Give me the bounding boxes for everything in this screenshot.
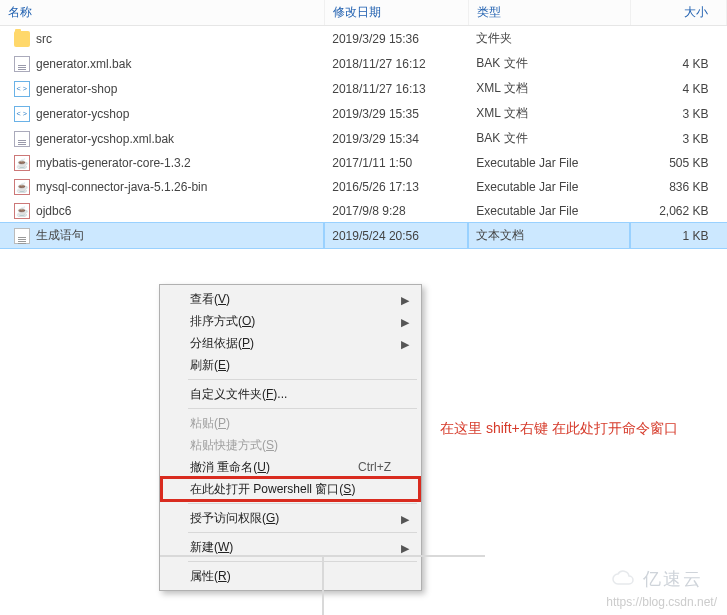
decorative-line [322, 555, 324, 615]
table-row[interactable]: generator.xml.bak2018/11/27 16:12BAK 文件4… [0, 51, 727, 76]
annotation-text: 在这里 shift+右键 在此处打开命令窗口 [440, 418, 710, 439]
file-size: 3 KB [630, 101, 726, 126]
file-size [630, 26, 726, 52]
separator [188, 532, 417, 533]
file-type: Executable Jar File [468, 199, 630, 223]
chevron-right-icon: ▶ [401, 513, 409, 526]
file-date: 2017/1/11 1:50 [324, 151, 468, 175]
folder-icon [14, 31, 30, 47]
file-name: generator.xml.bak [36, 57, 131, 71]
table-row[interactable]: generator-ycshop.xml.bak2019/3/29 15:34B… [0, 126, 727, 151]
file-date: 2018/11/27 16:12 [324, 51, 468, 76]
file-type: BAK 文件 [468, 126, 630, 151]
column-header-row: 名称 修改日期 类型 大小 [0, 0, 727, 26]
menu-view[interactable]: 查看(V)▶ [162, 288, 419, 310]
file-size: 505 KB [630, 151, 726, 175]
shortcut-label: Ctrl+Z [358, 460, 391, 474]
file-type: XML 文档 [468, 101, 630, 126]
separator [188, 379, 417, 380]
table-row[interactable]: 生成语句2019/5/24 20:56文本文档1 KB [0, 223, 727, 248]
col-size[interactable]: 大小 [630, 0, 726, 26]
file-date: 2019/3/29 15:36 [324, 26, 468, 52]
menu-sort[interactable]: 排序方式(O)▶ [162, 310, 419, 332]
file-size: 3 KB [630, 126, 726, 151]
menu-customize-folder[interactable]: 自定义文件夹(F)... [162, 383, 419, 405]
file-type: Executable Jar File [468, 151, 630, 175]
file-name: generator-ycshop.xml.bak [36, 132, 174, 146]
menu-group[interactable]: 分组依据(P)▶ [162, 332, 419, 354]
file-date: 2019/5/24 20:56 [324, 223, 468, 248]
bak-icon [14, 56, 30, 72]
menu-paste: 粘贴(P) [162, 412, 419, 434]
menu-undo-rename[interactable]: 撤消 重命名(U)Ctrl+Z [162, 456, 419, 478]
file-type: BAK 文件 [468, 51, 630, 76]
table-row[interactable]: mybatis-generator-core-1.3.22017/1/11 1:… [0, 151, 727, 175]
separator [188, 503, 417, 504]
file-name: src [36, 32, 52, 46]
jar-icon [14, 155, 30, 171]
file-date: 2017/9/8 9:28 [324, 199, 468, 223]
file-type: 文件夹 [468, 26, 630, 52]
menu-grant-access[interactable]: 授予访问权限(G)▶ [162, 507, 419, 529]
table-row[interactable]: ojdbc62017/9/8 9:28Executable Jar File2,… [0, 199, 727, 223]
context-menu: 查看(V)▶ 排序方式(O)▶ 分组依据(P)▶ 刷新(E) 自定义文件夹(F)… [159, 284, 422, 591]
table-row[interactable]: generator-shop2018/11/27 16:13XML 文档4 KB [0, 76, 727, 101]
menu-refresh[interactable]: 刷新(E) [162, 354, 419, 376]
chevron-right-icon: ▶ [401, 542, 409, 555]
table-row[interactable]: mysql-connector-java-5.1.26-bin2016/5/26… [0, 175, 727, 199]
file-type: Executable Jar File [468, 175, 630, 199]
xml-icon [14, 81, 30, 97]
table-row[interactable]: generator-ycshop2019/3/29 15:35XML 文档3 K… [0, 101, 727, 126]
chevron-right-icon: ▶ [401, 316, 409, 329]
file-name: generator-ycshop [36, 107, 129, 121]
txt-icon [14, 228, 30, 244]
file-size: 836 KB [630, 175, 726, 199]
jar-icon [14, 179, 30, 195]
menu-open-powershell[interactable]: 在此处打开 Powershell 窗口(S) [162, 478, 419, 500]
jar-icon [14, 203, 30, 219]
file-size: 2,062 KB [630, 199, 726, 223]
file-list[interactable]: 名称 修改日期 类型 大小 src2019/3/29 15:36文件夹gener… [0, 0, 727, 248]
xml-icon [14, 106, 30, 122]
separator [188, 561, 417, 562]
file-date: 2016/5/26 17:13 [324, 175, 468, 199]
file-size: 4 KB [630, 76, 726, 101]
bak-icon [14, 131, 30, 147]
file-date: 2019/3/29 15:35 [324, 101, 468, 126]
file-type: 文本文档 [468, 223, 630, 248]
chevron-right-icon: ▶ [401, 338, 409, 351]
file-name: 生成语句 [36, 227, 84, 244]
file-type: XML 文档 [468, 76, 630, 101]
file-date: 2019/3/29 15:34 [324, 126, 468, 151]
file-name: mybatis-generator-core-1.3.2 [36, 156, 191, 170]
col-date[interactable]: 修改日期 [324, 0, 468, 26]
col-name[interactable]: 名称 [0, 0, 324, 26]
file-size: 4 KB [630, 51, 726, 76]
file-name: mysql-connector-java-5.1.26-bin [36, 180, 207, 194]
file-size: 1 KB [630, 223, 726, 248]
logo: 亿速云 [611, 567, 703, 591]
file-date: 2018/11/27 16:13 [324, 76, 468, 101]
chevron-right-icon: ▶ [401, 294, 409, 307]
menu-paste-shortcut: 粘贴快捷方式(S) [162, 434, 419, 456]
file-name: generator-shop [36, 82, 117, 96]
col-type[interactable]: 类型 [468, 0, 630, 26]
menu-properties[interactable]: 属性(R) [162, 565, 419, 587]
file-name: ojdbc6 [36, 204, 71, 218]
table-row[interactable]: src2019/3/29 15:36文件夹 [0, 26, 727, 52]
cloud-icon [611, 570, 637, 588]
watermark: https://blog.csdn.net/ [606, 595, 717, 609]
separator [188, 408, 417, 409]
